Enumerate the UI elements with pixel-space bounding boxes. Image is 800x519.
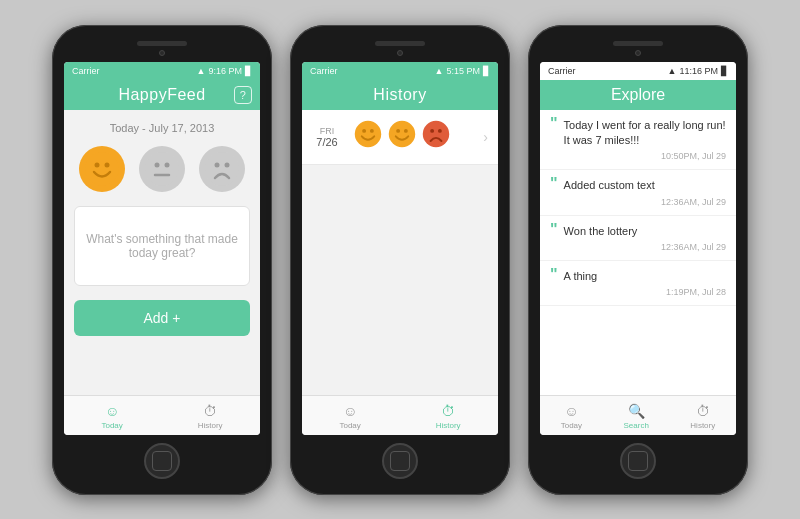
quote-mark-1: " bbox=[550, 116, 558, 132]
explore-entry-1[interactable]: " Today I went for a really long run! It… bbox=[540, 110, 736, 171]
history-emoji-1a bbox=[354, 120, 382, 154]
tab-bar-3: ☺ Today 🔍 Search ⏱ History bbox=[540, 395, 736, 435]
status-bar-2: Carrier ▲ 5:15 PM ▊ bbox=[302, 62, 498, 80]
svg-point-7 bbox=[205, 152, 239, 186]
add-button[interactable]: Add + bbox=[74, 300, 250, 336]
tab-search-3[interactable]: 🔍 Search bbox=[624, 403, 649, 430]
header-title-2: History bbox=[373, 86, 426, 104]
camera-2 bbox=[397, 50, 403, 56]
battery-icon-3: ▊ bbox=[721, 66, 728, 76]
explore-title: Explore bbox=[611, 86, 665, 103]
home-button-3[interactable] bbox=[620, 443, 656, 479]
entry-time-3: 12:36AM, Jul 29 bbox=[564, 242, 726, 252]
search-icon-3: 🔍 bbox=[628, 403, 645, 419]
tab-history-2[interactable]: ⏱ History bbox=[436, 403, 461, 430]
explore-entry-2[interactable]: " Added custom text 12:36AM, Jul 29 bbox=[540, 170, 736, 215]
tab-today-label-3: Today bbox=[561, 421, 582, 430]
wifi-icon-3: ▲ bbox=[668, 66, 677, 76]
entry-text-3: Won the lottery bbox=[564, 224, 726, 239]
svg-point-15 bbox=[404, 128, 408, 132]
screen-happyfeed: Carrier ▲ 9:16 PM ▊ HappyFeed ? Today - … bbox=[64, 62, 260, 435]
entry-time-4: 1:19PM, Jul 28 bbox=[564, 287, 726, 297]
svg-point-18 bbox=[438, 128, 442, 132]
phone-top-2 bbox=[302, 37, 498, 62]
entry-time-2: 12:36AM, Jul 29 bbox=[564, 197, 726, 207]
home-button-inner-1 bbox=[152, 451, 172, 471]
history-emoji-1c bbox=[422, 120, 450, 154]
emoji-happy[interactable] bbox=[79, 146, 125, 192]
screen-history: Carrier ▲ 5:15 PM ▊ History FRI 7/26 bbox=[302, 62, 498, 435]
text-placeholder: What's something that made today great? bbox=[85, 232, 239, 260]
time-2: 5:15 PM bbox=[446, 66, 480, 76]
home-button-2[interactable] bbox=[382, 443, 418, 479]
time-1: 9:16 PM bbox=[208, 66, 242, 76]
tab-today-3[interactable]: ☺ Today bbox=[561, 403, 582, 430]
svg-point-1 bbox=[95, 162, 100, 167]
battery-icon-1: ▊ bbox=[245, 66, 252, 76]
speaker-1 bbox=[137, 41, 187, 46]
phone-bottom-2 bbox=[302, 435, 498, 483]
phone-explore: Carrier ▲ 11:16 PM ▊ Explore " Today I w… bbox=[528, 25, 748, 495]
svg-point-5 bbox=[165, 162, 170, 167]
quote-mark-3: " bbox=[550, 222, 558, 238]
svg-point-12 bbox=[370, 128, 374, 132]
phone-bottom-3 bbox=[540, 435, 736, 483]
svg-point-2 bbox=[105, 162, 110, 167]
svg-point-4 bbox=[155, 162, 160, 167]
help-button[interactable]: ? bbox=[234, 86, 252, 104]
happyfeed-body: Today - July 17, 2013 bbox=[64, 110, 260, 395]
svg-point-3 bbox=[145, 152, 179, 186]
battery-icon-2: ▊ bbox=[483, 66, 490, 76]
home-button-1[interactable] bbox=[144, 443, 180, 479]
explore-body: " Today I went for a really long run! It… bbox=[540, 110, 736, 395]
svg-point-13 bbox=[389, 120, 415, 146]
speaker-3 bbox=[613, 41, 663, 46]
today-icon-3: ☺ bbox=[564, 403, 578, 419]
today-icon-2: ☺ bbox=[343, 403, 357, 419]
tab-history-1[interactable]: ⏱ History bbox=[198, 403, 223, 430]
date-block-1: FRI 7/26 bbox=[312, 126, 342, 148]
carrier-3: Carrier bbox=[548, 66, 576, 76]
camera-1 bbox=[159, 50, 165, 56]
today-icon-1: ☺ bbox=[105, 403, 119, 419]
carrier-2: Carrier bbox=[310, 66, 338, 76]
tab-history-3[interactable]: ⏱ History bbox=[690, 403, 715, 430]
svg-point-0 bbox=[85, 152, 119, 186]
status-icons-1: ▲ 9:16 PM ▊ bbox=[197, 66, 252, 76]
tab-today-1[interactable]: ☺ Today bbox=[101, 403, 122, 430]
time-3: 11:16 PM bbox=[679, 66, 718, 76]
screen-explore: Carrier ▲ 11:16 PM ▊ Explore " Today I w… bbox=[540, 62, 736, 435]
header-bar-1: HappyFeed ? bbox=[64, 80, 260, 110]
svg-point-14 bbox=[396, 128, 400, 132]
home-button-inner-3 bbox=[628, 451, 648, 471]
emoji-row bbox=[79, 146, 245, 192]
explore-header: Explore bbox=[540, 80, 736, 110]
tab-today-label-2: Today bbox=[339, 421, 360, 430]
history-emoji-1b bbox=[388, 120, 416, 154]
entry-content-3: Won the lottery 12:36AM, Jul 29 bbox=[564, 224, 726, 252]
svg-point-9 bbox=[225, 162, 230, 167]
tab-search-label-3: Search bbox=[624, 421, 649, 430]
explore-entry-4[interactable]: " A thing 1:19PM, Jul 28 bbox=[540, 261, 736, 306]
quote-mark-2: " bbox=[550, 176, 558, 192]
quote-mark-4: " bbox=[550, 267, 558, 283]
tab-history-label-1: History bbox=[198, 421, 223, 430]
wifi-icon-1: ▲ bbox=[197, 66, 206, 76]
tab-history-label-2: History bbox=[436, 421, 461, 430]
date-label: Today - July 17, 2013 bbox=[110, 122, 215, 134]
tab-today-2[interactable]: ☺ Today bbox=[339, 403, 360, 430]
entry-text-2: Added custom text bbox=[564, 178, 726, 193]
explore-entry-3[interactable]: " Won the lottery 12:36AM, Jul 29 bbox=[540, 216, 736, 261]
tab-history-label-3: History bbox=[690, 421, 715, 430]
day-num-1: 7/26 bbox=[316, 136, 337, 148]
history-icon-1: ⏱ bbox=[203, 403, 217, 419]
history-row-1[interactable]: FRI 7/26 bbox=[302, 110, 498, 165]
emoji-sad[interactable] bbox=[199, 146, 245, 192]
entry-content-2: Added custom text 12:36AM, Jul 29 bbox=[564, 178, 726, 206]
entry-content-4: A thing 1:19PM, Jul 28 bbox=[564, 269, 726, 297]
text-input-box[interactable]: What's something that made today great? bbox=[74, 206, 250, 286]
wifi-icon-2: ▲ bbox=[435, 66, 444, 76]
entry-content-1: Today I went for a really long run! It w… bbox=[564, 118, 726, 162]
svg-point-8 bbox=[215, 162, 220, 167]
emoji-neutral[interactable] bbox=[139, 146, 185, 192]
